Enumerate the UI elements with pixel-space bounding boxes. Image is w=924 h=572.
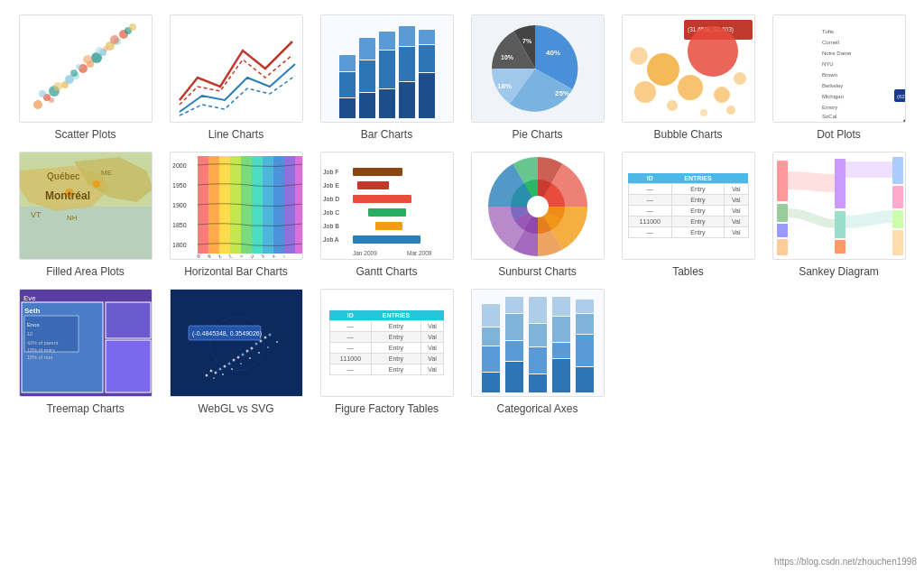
svg-rect-121 (777, 239, 788, 255)
chart-item-hbar[interactable]: 2000 1950 1900 1850 1800 ψ φ χ ξ ν μ λ κ (165, 152, 307, 278)
pie-preview: 40% 25% 18% 10% 7% (472, 15, 604, 122)
svg-point-15 (70, 69, 78, 77)
table-row: —EntryVal (628, 227, 748, 238)
chart-item-pie[interactable]: 40% 25% 18% 10% 7% Pie Charts (467, 14, 608, 141)
svg-point-13 (39, 90, 46, 97)
svg-point-18 (110, 35, 119, 44)
webgl-preview: (-0.4845348, 0.3549026) (171, 290, 302, 396)
svg-point-162 (249, 357, 251, 359)
svg-text:Eve: Eve (23, 294, 36, 302)
chart-item-treemap[interactable]: Eve Seth Enos 10 42% of parent 15% of en… (14, 289, 156, 415)
svg-point-20 (49, 97, 54, 103)
chart-item-bar[interactable]: Bar Charts (316, 14, 457, 141)
area-preview: Québec Montréal ME VT NH (20, 152, 152, 259)
chart-item-cat[interactable]: Categorical Axes (467, 289, 608, 415)
svg-point-42 (700, 109, 707, 116)
chart-label-cat: Categorical Axes (496, 402, 578, 415)
svg-point-23 (129, 23, 136, 31)
svg-point-158 (213, 377, 215, 379)
svg-rect-82 (252, 156, 263, 254)
chart-thumb-cat (471, 289, 605, 397)
chart-item-line[interactable]: Line Charts (165, 14, 307, 141)
sunburst-preview (472, 152, 604, 259)
chart-label-scatter: Scatter Plots (54, 128, 116, 141)
svg-point-143 (205, 374, 208, 377)
chart-item-bubble[interactable]: (31.656k, 82.603) Japan (617, 14, 759, 141)
svg-text:7%: 7% (522, 38, 532, 44)
chart-item-gantt[interactable]: Job F Job E Job D Job C Job B Job A Jan … (316, 152, 457, 278)
svg-point-17 (96, 47, 103, 54)
svg-point-145 (214, 372, 217, 374)
chart-item-tables[interactable]: ID ENTRIES —EntryVal —EntryVal (617, 152, 759, 278)
svg-text:10: 10 (27, 331, 32, 337)
svg-point-146 (218, 368, 221, 371)
svg-point-40 (667, 100, 678, 111)
svg-rect-128 (892, 230, 903, 255)
chart-thumb-webgl: (-0.4845348, 0.3549026) (170, 289, 303, 397)
table-header-values: ENTRIES (671, 173, 724, 184)
ff-header-id: ID (329, 310, 371, 321)
svg-text:1950: 1950 (172, 182, 187, 189)
svg-rect-83 (263, 156, 273, 254)
chart-item-dot[interactable]: Tufts Cornell Notre Dame NYU Brown Berke… (768, 14, 910, 141)
svg-point-156 (263, 337, 266, 339)
chart-thumb-ff: ID ENTRIES —EntryVal —EntryVal (320, 289, 454, 397)
bubble-preview: (31.656k, 82.603) Japan (623, 15, 754, 122)
svg-point-22 (103, 46, 108, 51)
ff-table-row: —EntryVal (329, 321, 443, 332)
chart-label-treemap: Treemap Charts (46, 402, 124, 415)
chart-item-sankey[interactable]: Sankey Diagram (768, 152, 910, 278)
line-svg (171, 14, 302, 123)
svg-point-149 (232, 359, 235, 362)
svg-rect-122 (835, 159, 845, 208)
svg-text:2000: 2000 (172, 162, 187, 169)
chart-item-area[interactable]: Québec Montréal ME VT NH Filled Area Plo… (14, 152, 156, 278)
svg-text:Cornell: Cornell (822, 40, 839, 45)
svg-rect-84 (273, 156, 284, 254)
chart-label-dot: Dot Plots (817, 128, 861, 141)
chart-thumb-pie: 40% 25% 18% 10% 7% (471, 14, 605, 123)
svg-point-152 (245, 350, 248, 353)
svg-text:Job B: Job B (323, 223, 339, 229)
ff-table-row: —EntryVal (329, 332, 443, 343)
sunburst-svg (479, 154, 596, 258)
svg-point-163 (258, 352, 260, 354)
dot-preview: Tufts Cornell Notre Dame NYU Brown Berke… (773, 15, 905, 122)
chart-label-ff: Figure Factory Tables (335, 402, 439, 415)
chart-thumb-sankey (772, 152, 906, 260)
ff-table-row: —EntryVal (329, 364, 443, 375)
svg-rect-140 (106, 340, 151, 392)
svg-rect-123 (835, 211, 845, 238)
chart-label-area: Filled Area Plots (46, 265, 125, 278)
svg-point-33 (688, 26, 738, 77)
svg-text:Jan 2009: Jan 2009 (353, 250, 377, 256)
svg-point-37 (714, 87, 730, 103)
svg-rect-127 (892, 210, 903, 228)
svg-text:Berkeley: Berkeley (822, 83, 843, 88)
svg-text:VT: VT (31, 210, 42, 219)
svg-text:(62, Michigan): (62, Michigan) (897, 94, 906, 99)
svg-text:42% of parent: 42% of parent (27, 340, 59, 346)
dot-svg: Tufts Cornell Notre Dame NYU Brown Berke… (820, 19, 906, 123)
chart-thumb-tables: ID ENTRIES —EntryVal —EntryVal (622, 152, 755, 260)
chart-item-scatter[interactable]: Scatter Plots (14, 14, 156, 141)
chart-thumb-line (170, 14, 303, 123)
svg-point-150 (236, 356, 239, 359)
chart-label-sunburst: Sunburst Charts (498, 265, 577, 278)
chart-thumb-hbar: 2000 1950 1900 1850 1800 ψ φ χ ξ ν μ λ κ (170, 152, 303, 260)
svg-text:40%: 40% (546, 49, 560, 57)
svg-point-35 (678, 75, 703, 100)
chart-label-gantt: Gantt Charts (356, 265, 417, 278)
chart-label-bar: Bar Charts (361, 128, 412, 141)
gantt-svg: Job F Job E Job D Job C Job B Job A Jan … (321, 152, 453, 260)
chart-item-sunburst[interactable]: Sunburst Charts (467, 152, 608, 278)
treemap-svg: Eve Seth Enos 10 42% of parent 15% of en… (20, 289, 152, 397)
chart-item-ff[interactable]: ID ENTRIES —EntryVal —EntryVal (316, 289, 457, 415)
svg-text:NYU: NYU (822, 61, 834, 67)
chart-label-line: Line Charts (208, 128, 263, 141)
bubble-svg: (31.656k, 82.603) Japan (623, 15, 755, 123)
svg-text:Emory: Emory (822, 105, 837, 110)
svg-text:Montréal: Montréal (45, 189, 90, 202)
chart-item-webgl[interactable]: (-0.4845348, 0.3549026) WebGL vs SVG (165, 289, 307, 415)
ff-preview: ID ENTRIES —EntryVal —EntryVal (321, 290, 453, 396)
